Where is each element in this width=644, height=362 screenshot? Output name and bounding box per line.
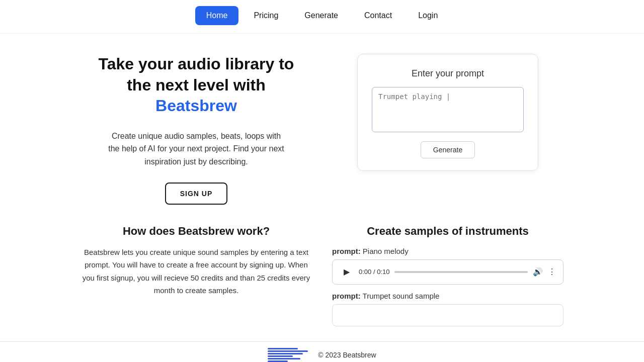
play-button-1[interactable]: ▶ xyxy=(340,265,354,279)
signup-button[interactable]: SIGN UP xyxy=(165,183,228,205)
main-nav: Home Pricing Generate Contact Login xyxy=(0,0,644,34)
logo-line-2 xyxy=(268,350,308,352)
logo-line-1 xyxy=(268,348,298,349)
samples-section: Create samples of instruments prompt: Pi… xyxy=(332,225,564,326)
how-section: How does Beatsbrew work? Beatsbrew lets … xyxy=(80,225,312,326)
audio-player-2 xyxy=(332,304,564,326)
hero-subtitle: Create unique audio samples, beats, loop… xyxy=(106,130,287,168)
sample-1-label: prompt: Piano melody xyxy=(332,247,564,255)
sample-1: prompt: Piano melody ▶ 0:00 / 0:10 🔊 ⋮ xyxy=(332,247,564,285)
prompt-card-section: Enter your prompt Generate xyxy=(332,54,564,205)
prompt-card: Enter your prompt Generate xyxy=(357,54,538,171)
logo-line-6 xyxy=(268,360,288,362)
time-display-1: 0:00 / 0:10 xyxy=(359,268,389,276)
nav-generate[interactable]: Generate xyxy=(293,6,349,25)
prompt-textarea[interactable] xyxy=(372,87,524,132)
logo-line-4 xyxy=(268,355,293,357)
generate-button[interactable]: Generate xyxy=(421,141,475,158)
progress-bar-1[interactable] xyxy=(394,271,528,273)
sample-2-label: prompt: Trumpet sound sample xyxy=(332,292,564,300)
nav-login[interactable]: Login xyxy=(407,6,449,25)
footer-copyright: © 2023 Beatsbrew xyxy=(318,351,376,359)
hero-section: Take your audio library to the next leve… xyxy=(80,54,312,205)
how-title: How does Beatsbrew work? xyxy=(80,225,312,238)
logo-line-3 xyxy=(268,353,303,354)
volume-button-1[interactable]: 🔊 xyxy=(533,267,543,277)
nav-pricing[interactable]: Pricing xyxy=(243,6,289,25)
samples-title: Create samples of instruments xyxy=(332,225,564,238)
nav-home[interactable]: Home xyxy=(195,6,239,25)
audio-player-1: ▶ 0:00 / 0:10 🔊 ⋮ xyxy=(332,259,564,285)
sample-2: prompt: Trumpet sound sample xyxy=(332,292,564,326)
prompt-card-title: Enter your prompt xyxy=(372,68,524,79)
logo-lines xyxy=(268,348,308,362)
hero-title: Take your audio library to the next leve… xyxy=(99,54,294,117)
more-button-1[interactable]: ⋮ xyxy=(548,267,556,277)
bottom-section: How does Beatsbrew work? Beatsbrew lets … xyxy=(70,215,574,336)
hero-brand: Beatsbrew xyxy=(155,97,237,115)
logo-line-5 xyxy=(268,358,300,359)
how-text: Beatsbrew lets you create unique sound s… xyxy=(80,246,312,297)
nav-contact[interactable]: Contact xyxy=(353,6,403,25)
footer: © 2023 Beatsbrew xyxy=(0,341,644,362)
footer-logo xyxy=(268,348,308,362)
main-content: Take your audio library to the next leve… xyxy=(70,34,574,215)
